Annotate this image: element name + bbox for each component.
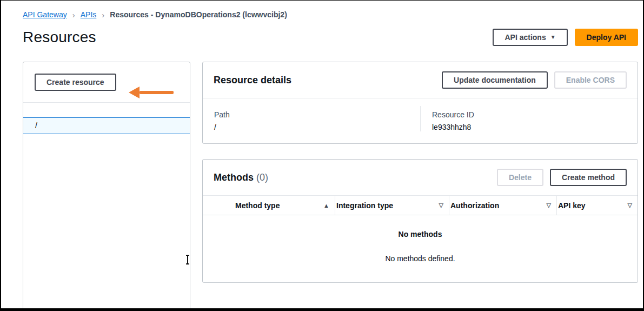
sort-descending-icon[interactable]: ▽	[542, 202, 551, 209]
column-label: Authorization	[450, 201, 499, 210]
methods-empty-state: No methods No methods defined.	[203, 215, 638, 282]
api-gateway-console-page: API Gateway › APIs › Resources - DynamoD…	[0, 0, 644, 311]
resource-id-value: le933hhzh8	[432, 123, 627, 131]
column-label: Integration type	[336, 201, 393, 210]
methods-actions: Delete Create method	[497, 169, 627, 186]
main-column: Resource details Update documentation En…	[202, 62, 638, 283]
column-header-integration-type[interactable]: Integration type ▽	[335, 196, 449, 215]
sort-descending-icon[interactable]: ▽	[623, 202, 632, 209]
breadcrumb: API Gateway › APIs › Resources - DynamoD…	[1, 1, 643, 19]
resource-details-actions: Update documentation Enable CORS	[442, 71, 627, 89]
enable-cors-button: Enable CORS	[554, 71, 627, 89]
column-header-authorization[interactable]: Authorization ▽	[449, 196, 557, 215]
resources-panel-header: Create resource	[23, 62, 190, 103]
content-area: Create resource / Resource details Updat…	[1, 62, 643, 311]
column-header-method-type[interactable]: Method type ▲	[234, 196, 335, 215]
methods-header: Methods (0) Delete Create method	[203, 160, 638, 195]
path-field: Path /	[203, 106, 420, 131]
column-label: Method type	[235, 201, 280, 210]
update-documentation-button[interactable]: Update documentation	[442, 71, 548, 89]
header-actions: API actions ▼ Deploy API	[493, 29, 638, 46]
api-actions-button[interactable]: API actions ▼	[493, 29, 567, 46]
breadcrumb-separator-icon: ›	[72, 11, 75, 19]
resource-details-body: Path / Resource ID le933hhzh8	[203, 98, 638, 143]
methods-count: (0)	[256, 172, 268, 183]
breadcrumb-link-api-gateway[interactable]: API Gateway	[23, 10, 67, 19]
sort-ascending-icon[interactable]: ▲	[319, 202, 329, 209]
empty-state-description: No methods defined.	[214, 254, 627, 263]
resource-path-label: /	[35, 121, 37, 130]
methods-table-header: Method type ▲ Integration type ▽ Authori…	[203, 195, 638, 215]
resources-tree-panel: Create resource /	[23, 62, 190, 311]
resource-id-field: Resource ID le933hhzh8	[420, 106, 638, 131]
methods-title: Methods (0)	[214, 172, 268, 183]
methods-table-spacer	[203, 196, 234, 215]
path-label: Path	[214, 110, 409, 119]
methods-card: Methods (0) Delete Create method Method …	[202, 159, 638, 283]
create-method-button[interactable]: Create method	[550, 169, 627, 186]
resource-details-title: Resource details	[214, 75, 291, 86]
sort-descending-icon[interactable]: ▽	[435, 202, 443, 209]
breadcrumb-separator-icon: ›	[102, 11, 104, 19]
column-header-api-key[interactable]: API key ▽	[557, 196, 638, 215]
resource-tree-item-root[interactable]: /	[23, 117, 190, 134]
path-value: /	[214, 123, 409, 131]
page-header: Resources API actions ▼ Deploy API	[1, 29, 643, 46]
delete-method-button: Delete	[497, 169, 543, 186]
api-actions-label: API actions	[504, 33, 546, 42]
deploy-api-button[interactable]: Deploy API	[575, 29, 638, 46]
resource-id-label: Resource ID	[432, 110, 627, 119]
breadcrumb-current: Resources - DynamoDBOperations2 (lcwwvci…	[110, 10, 287, 19]
empty-state-title: No methods	[214, 230, 627, 239]
caret-down-icon: ▼	[550, 35, 556, 40]
breadcrumb-link-apis[interactable]: APIs	[81, 10, 97, 19]
resource-details-header: Resource details Update documentation En…	[203, 62, 638, 98]
column-label: API key	[558, 201, 586, 210]
text-cursor-icon	[187, 255, 188, 264]
resource-details-card: Resource details Update documentation En…	[202, 62, 638, 144]
resources-tree: /	[23, 117, 190, 134]
page-title: Resources	[23, 29, 96, 46]
create-resource-button[interactable]: Create resource	[35, 74, 116, 91]
methods-title-text: Methods	[214, 172, 254, 183]
